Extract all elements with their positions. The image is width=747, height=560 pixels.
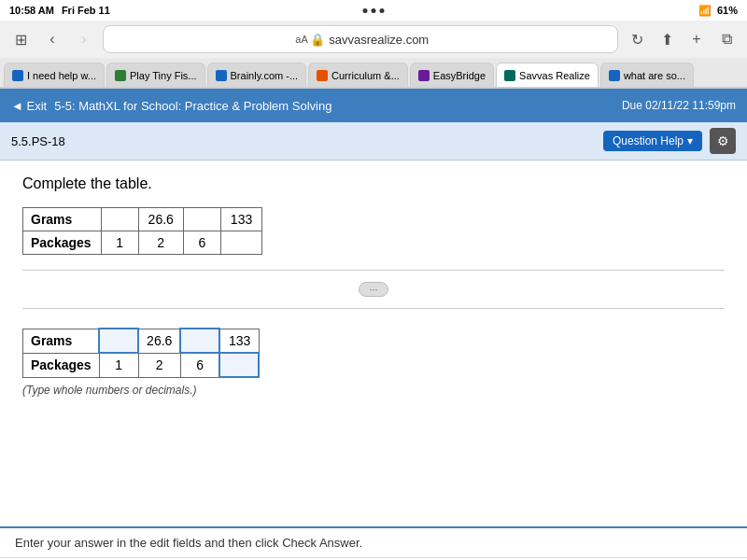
dropdown-arrow-icon: ▾ bbox=[687, 134, 693, 147]
tab-5-favicon bbox=[418, 70, 430, 81]
grams-input-2[interactable] bbox=[183, 331, 217, 350]
ref-packages-label: Packages bbox=[23, 231, 102, 255]
share-button[interactable]: ⬆ bbox=[654, 26, 680, 52]
ref-pkg-1: 1 bbox=[101, 231, 138, 255]
url-display: savvasrealize.com bbox=[329, 33, 429, 47]
tab-7[interactable]: what are so... bbox=[600, 63, 694, 87]
section-divider bbox=[22, 270, 725, 271]
app-bar: ◄ Exit 5-5: MathXL for School: Practice … bbox=[0, 89, 747, 122]
back-browser-button[interactable]: ‹ bbox=[39, 26, 65, 52]
ans-grams-label: Grams bbox=[23, 329, 100, 353]
ref-cell-4: 133 bbox=[220, 208, 261, 231]
settings-gear-button[interactable]: ⚙ bbox=[710, 128, 736, 154]
question-header: 5.5.PS-18 Question Help ▾ ⚙ bbox=[0, 122, 747, 161]
tab-2-favicon bbox=[115, 70, 126, 81]
hint-text: (Type whole numbers or decimals.) bbox=[22, 384, 725, 397]
ref-grams-label: Grams bbox=[23, 208, 102, 231]
ref-pkg-2: 2 bbox=[138, 231, 183, 255]
tab-4[interactable]: Curriculum &... bbox=[308, 63, 408, 87]
forward-browser-button[interactable]: › bbox=[71, 26, 97, 52]
answer-table: Grams 26.6 133 Packages 1 2 bbox=[22, 328, 260, 378]
breadcrumb: 5-5: MathXL for School: Practice & Probl… bbox=[54, 99, 331, 113]
tab-5[interactable]: EasyBridge bbox=[410, 63, 494, 87]
status-bar: 10:58 AM Fri Feb 11 📶 61% bbox=[0, 0, 747, 21]
tabs-bar: I need help w... Play Tiny Fis... Brainl… bbox=[0, 58, 747, 88]
ans-pkg-2: 2 bbox=[138, 353, 180, 377]
tab-overview-button[interactable]: ⊞ bbox=[7, 26, 34, 52]
tab-6-savvas[interactable]: Savvas Realize bbox=[496, 63, 599, 87]
section-divider-2 bbox=[22, 308, 725, 309]
main-content: 5.5.PS-18 Question Help ▾ ⚙ Complete the… bbox=[0, 122, 747, 526]
packages-input[interactable] bbox=[222, 356, 256, 374]
ref-pkg-3: 6 bbox=[183, 231, 220, 255]
ref-cell-2: 26.6 bbox=[138, 208, 183, 231]
battery-display: 61% bbox=[717, 5, 738, 16]
tab-7-favicon bbox=[609, 70, 620, 81]
font-size-control: aA bbox=[295, 34, 307, 45]
ans-pkg-1: 1 bbox=[99, 353, 138, 377]
tab-1[interactable]: I need help w... bbox=[4, 63, 105, 87]
answer-table-section: Grams 26.6 133 Packages 1 2 bbox=[22, 328, 725, 397]
tab-3-favicon bbox=[216, 70, 227, 81]
due-date: Due 02/11/22 11:59pm bbox=[622, 99, 736, 112]
collapse-button[interactable]: ··· bbox=[359, 282, 388, 297]
question-help-button[interactable]: Question Help ▾ bbox=[603, 131, 702, 151]
ans-pkg-3: 6 bbox=[180, 353, 219, 377]
bottom-instruction: Enter your answer in the edit fields and… bbox=[0, 526, 747, 557]
ans-packages-label: Packages bbox=[23, 353, 100, 377]
tab-4-favicon bbox=[317, 70, 328, 81]
browser-chrome: ⊞ ‹ › aA 🔒 savvasrealize.com ↻ ⬆ + ⧉ I n… bbox=[0, 21, 747, 89]
date-display: Fri Feb 11 bbox=[62, 5, 110, 16]
ans-grams-4: 133 bbox=[219, 329, 259, 353]
packages-input-cell[interactable] bbox=[219, 353, 259, 377]
tab-1-favicon bbox=[12, 70, 23, 81]
grams-input-cell-1[interactable] bbox=[99, 329, 138, 353]
wifi-icon: 📶 bbox=[698, 5, 712, 17]
tab-6-favicon bbox=[504, 70, 515, 81]
time-display: 10:58 AM bbox=[9, 5, 54, 16]
add-tab-button[interactable]: + bbox=[684, 26, 710, 52]
question-text: Complete the table. bbox=[22, 175, 725, 192]
refresh-button[interactable]: ↻ bbox=[624, 26, 650, 52]
grams-input-cell-2[interactable] bbox=[180, 329, 219, 353]
exit-button[interactable]: ◄ Exit bbox=[11, 99, 47, 113]
ref-cell-1 bbox=[101, 208, 138, 231]
question-id: 5.5.PS-18 bbox=[11, 134, 65, 148]
ref-pkg-4 bbox=[220, 231, 261, 255]
tab-3[interactable]: Brainly.com -... bbox=[207, 63, 307, 87]
ref-cell-3 bbox=[183, 208, 220, 231]
tab-2[interactable]: Play Tiny Fis... bbox=[106, 63, 205, 87]
question-body: Complete the table. Grams 26.6 133 Packa… bbox=[0, 161, 747, 412]
reference-table: Grams 26.6 133 Packages 1 2 6 bbox=[22, 207, 262, 255]
grams-input-1[interactable] bbox=[102, 331, 135, 350]
reference-table-container: Grams 26.6 133 Packages 1 2 6 bbox=[22, 207, 725, 255]
lock-icon: 🔒 bbox=[310, 33, 325, 47]
address-bar[interactable]: aA 🔒 savvasrealize.com bbox=[103, 25, 618, 53]
tabs-button[interactable]: ⧉ bbox=[713, 26, 740, 52]
ans-grams-2: 26.6 bbox=[138, 329, 180, 353]
